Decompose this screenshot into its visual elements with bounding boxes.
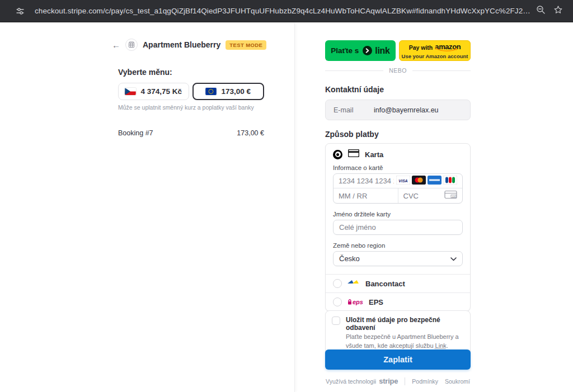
bancontact-icon bbox=[347, 278, 360, 289]
link-button-label: Plaťte s bbox=[331, 46, 359, 55]
browser-address-bar[interactable]: checkout.stripe.com/c/pay/cs_test_a1qgQi… bbox=[0, 0, 573, 22]
credit-card-icon bbox=[348, 149, 359, 159]
pay-button[interactable]: Zaplatit bbox=[325, 350, 471, 370]
or-divider: NEBO bbox=[325, 67, 471, 74]
bancontact-label: Bancontact bbox=[365, 280, 405, 288]
footer-divider bbox=[405, 377, 405, 385]
merchant-header: ← Apartment Blueberry TEST MODE bbox=[112, 39, 266, 51]
card-radio-selected[interactable] bbox=[333, 150, 342, 159]
or-divider-label: NEBO bbox=[389, 67, 407, 74]
link-wordmark: link bbox=[375, 46, 389, 56]
checkout-page: ← Apartment Blueberry TEST MODE Vyberte … bbox=[0, 23, 573, 392]
amazon-pay-with-label: Pay with bbox=[409, 45, 433, 51]
test-mode-badge: TEST MODE bbox=[226, 40, 266, 50]
link-service-link[interactable]: Link bbox=[435, 342, 447, 349]
bancontact-radio[interactable] bbox=[333, 279, 342, 288]
mastercard-icon bbox=[412, 176, 426, 187]
link-logo-icon bbox=[363, 46, 372, 55]
amazon-subtext: Use your Amazon account bbox=[402, 53, 468, 59]
eps-label: EPS bbox=[369, 298, 383, 306]
currency-options: 4 374,75 Kč bbox=[118, 83, 264, 100]
cardholder-name-label: Jméno držitele karty bbox=[333, 211, 463, 218]
payment-method-card[interactable]: Karta bbox=[326, 144, 470, 160]
currency-eur-amount: 173,00 € bbox=[221, 87, 251, 96]
card-expiry-input[interactable] bbox=[339, 192, 393, 200]
express-checkout: Plaťte s link Pay with amazon bbox=[325, 40, 471, 61]
save-details-title: Uložit mé údaje pro bezpečné odbavení bbox=[346, 316, 464, 332]
email-field[interactable]: E-mail info@bayernrelax.eu bbox=[325, 100, 471, 120]
czech-flag-icon bbox=[125, 88, 136, 95]
country-select[interactable]: Česko bbox=[333, 251, 463, 266]
card-info-label: Informace o kartě bbox=[333, 164, 463, 171]
order-item-name: Booking #7 bbox=[118, 129, 153, 137]
contact-section-title: Kontaktní údaje bbox=[325, 85, 471, 94]
card-brand-icons: VISA bbox=[396, 176, 457, 187]
email-value: info@bayernrelax.eu bbox=[374, 106, 439, 114]
cardholder-name-input[interactable] bbox=[339, 223, 457, 232]
jcb-icon bbox=[443, 176, 457, 187]
card-number-input[interactable] bbox=[339, 177, 394, 185]
order-line-item: Booking #7 173,00 € bbox=[118, 129, 264, 137]
svg-text:123: 123 bbox=[452, 196, 455, 198]
order-summary-panel: ← Apartment Blueberry TEST MODE Vyberte … bbox=[0, 23, 295, 392]
currency-note: Může se uplatnit směnný kurz a poplatky … bbox=[118, 104, 264, 111]
merchant-name: Apartment Blueberry bbox=[143, 40, 220, 49]
save-details-description: Plaťte bezpečně u Apartment Blueberry a … bbox=[346, 333, 464, 350]
card-form: Informace o kartě VISA bbox=[326, 160, 470, 274]
card-details-group: VISA bbox=[333, 173, 463, 204]
card-cvc-input[interactable] bbox=[403, 192, 443, 200]
payment-section-title: Způsob platby bbox=[325, 130, 471, 139]
payment-method-eps[interactable]: eps EPS bbox=[326, 292, 470, 311]
bookmark-star-icon[interactable] bbox=[553, 5, 563, 17]
zoom-indicator-icon[interactable] bbox=[536, 5, 546, 17]
payment-method-bancontact[interactable]: Bancontact bbox=[326, 274, 470, 292]
pay-with-amazon-button[interactable]: Pay with amazon Use your Amazon account bbox=[399, 40, 471, 61]
back-button[interactable]: ← bbox=[112, 41, 120, 49]
browser-window: checkout.stripe.com/c/pay/cs_test_a1qgQi… bbox=[0, 0, 573, 392]
currency-czk-amount: 4 374,75 Kč bbox=[140, 87, 182, 96]
payment-methods-box: Karta Informace o kartě VISA bbox=[325, 143, 471, 311]
svg-text:VISA: VISA bbox=[398, 178, 407, 182]
privacy-link[interactable]: Soukromí bbox=[445, 378, 470, 385]
cvc-hint-icon: 123 bbox=[444, 190, 457, 201]
amazon-smile-icon bbox=[435, 46, 459, 53]
url-text[interactable]: checkout.stripe.com/c/pay/cs_test_a1qgQi… bbox=[35, 7, 530, 15]
currency-option-eur[interactable]: 173,00 € bbox=[192, 83, 265, 100]
eps-radio[interactable] bbox=[333, 297, 342, 306]
terms-link[interactable]: Podmínky bbox=[412, 378, 438, 385]
amazon-wordmark: amazon bbox=[435, 43, 461, 50]
stripe-wordmark: stripe bbox=[379, 377, 398, 385]
email-label: E-mail bbox=[334, 106, 374, 114]
checkout-footer: Využívá technologii stripe Podmínky Souk… bbox=[325, 377, 471, 385]
eu-flag-icon bbox=[205, 88, 217, 95]
powered-by-stripe[interactable]: Využívá technologii stripe bbox=[326, 377, 398, 385]
merchant-logo-icon bbox=[125, 39, 138, 51]
chevron-down-icon bbox=[450, 254, 457, 263]
currency-option-czk[interactable]: 4 374,75 Kč bbox=[118, 83, 189, 100]
pay-with-link-button[interactable]: Plaťte s link bbox=[325, 40, 396, 61]
country-selected-value: Česko bbox=[339, 254, 360, 263]
site-settings-icon[interactable] bbox=[16, 7, 25, 16]
amex-icon bbox=[428, 176, 442, 187]
country-label: Země nebo region bbox=[333, 242, 463, 249]
visa-icon: VISA bbox=[396, 176, 410, 187]
currency-picker-title: Vyberte měnu: bbox=[118, 68, 172, 77]
eps-logo-icon: eps bbox=[347, 299, 363, 305]
card-method-label: Karta bbox=[365, 150, 383, 159]
save-details-checkbox[interactable] bbox=[332, 317, 340, 325]
order-item-amount: 173,00 € bbox=[237, 129, 264, 137]
